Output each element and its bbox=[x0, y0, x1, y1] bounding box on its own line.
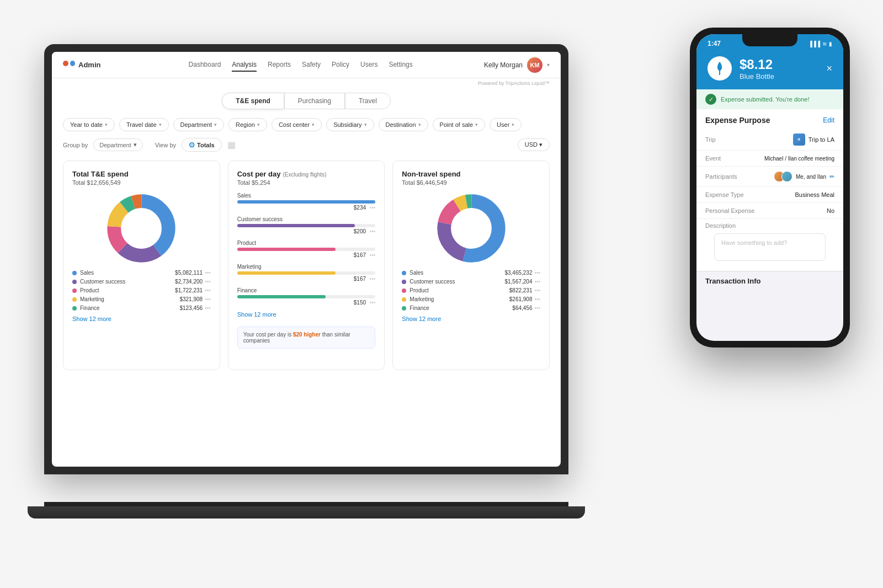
totals-button[interactable]: ⊙ Totals bbox=[182, 138, 222, 152]
nav-user: Kelly Morgan KM ▾ bbox=[484, 57, 550, 73]
more-icon[interactable]: ••• bbox=[205, 279, 211, 285]
filter-subsidiary[interactable]: Subsidiary bbox=[326, 118, 374, 131]
filter-travel-date[interactable]: Travel date bbox=[119, 118, 169, 131]
nav-safety[interactable]: Safety bbox=[302, 58, 321, 72]
legend-label: Finance bbox=[409, 305, 429, 311]
group-by-select[interactable]: Department ▾ bbox=[93, 138, 142, 151]
more-icon[interactable]: ••• bbox=[535, 279, 541, 285]
filter-destination[interactable]: Destination bbox=[379, 118, 428, 131]
show-more-cpd[interactable]: Show 12 more bbox=[237, 311, 376, 318]
more-icon[interactable]: ••• bbox=[370, 252, 376, 258]
tab-travel[interactable]: Travel bbox=[345, 93, 391, 109]
show-more-te[interactable]: Show 12 more bbox=[72, 316, 211, 322]
legend-label: Customer success bbox=[409, 279, 455, 285]
nav-policy[interactable]: Policy bbox=[332, 58, 349, 72]
card-non-travel: Non-travel spend Total $6,446,549 bbox=[392, 161, 550, 370]
bar-value: $167 ••• bbox=[354, 276, 376, 282]
more-icon[interactable]: ••• bbox=[370, 300, 376, 306]
expense-purpose-header: Expense Purpose Edit bbox=[696, 109, 843, 129]
bar-fill bbox=[237, 295, 326, 298]
filter-year-to-date[interactable]: Year to date bbox=[63, 118, 115, 131]
legend-item: Marketing $321,908 ••• bbox=[72, 296, 211, 302]
bar-value: $150 ••• bbox=[354, 300, 376, 306]
more-icon[interactable]: ••• bbox=[535, 305, 541, 311]
phone: 1:47 ▐▐▐ ≋ ▮ bbox=[690, 28, 850, 348]
bar-label: Product bbox=[237, 240, 376, 246]
close-button[interactable]: × bbox=[826, 63, 832, 74]
legend-dot bbox=[72, 297, 77, 302]
nav-settings[interactable]: Settings bbox=[389, 58, 412, 72]
nav-users[interactable]: Users bbox=[360, 58, 377, 72]
chart-view-icon[interactable]: ▦ bbox=[227, 140, 236, 150]
user-name: Kelly Morgan bbox=[484, 61, 523, 69]
legend-item: Marketing $261,908 ••• bbox=[402, 296, 540, 302]
signal-icon: ▐▐▐ bbox=[808, 41, 820, 47]
legend-label: Sales bbox=[80, 270, 94, 276]
more-icon[interactable]: ••• bbox=[535, 270, 541, 276]
cards-container: Total T&E spend Total $12,656,549 bbox=[52, 156, 561, 375]
legend-te: Sales $5,082,111 ••• Customer bbox=[72, 270, 211, 311]
app-name: Admin bbox=[78, 61, 100, 69]
bar-row: Customer success $200 ••• bbox=[237, 216, 376, 234]
legend-label: Sales bbox=[409, 270, 423, 276]
check-icon: ✓ bbox=[705, 94, 716, 105]
filter-row: Year to date Travel date Department Regi… bbox=[52, 114, 561, 136]
currency-select[interactable]: USD ▾ bbox=[518, 138, 550, 151]
card-nt-title: Non-travel spend bbox=[402, 170, 540, 178]
filter-region[interactable]: Region bbox=[228, 118, 267, 131]
merchant-name: Blue Bottle bbox=[740, 72, 774, 81]
bar-fill bbox=[237, 200, 376, 204]
more-icon[interactable]: ••• bbox=[370, 205, 376, 211]
legend-item: Finance $123,456 ••• bbox=[72, 305, 211, 311]
description-input[interactable]: Have something to add? bbox=[714, 233, 826, 261]
field-label-personal-expense: Personal Expense bbox=[705, 207, 754, 214]
transaction-info-section: Transaction Info bbox=[696, 271, 843, 288]
more-icon[interactable]: ••• bbox=[205, 296, 211, 302]
bar-row: Finance $150 ••• bbox=[237, 287, 376, 306]
submitted-banner: ✓ Expense submitted. You're done! bbox=[696, 89, 843, 109]
trip-thumbnail: ✈ bbox=[793, 133, 805, 146]
tab-purchasing[interactable]: Purchasing bbox=[284, 93, 345, 109]
more-icon[interactable]: ••• bbox=[535, 296, 541, 302]
field-label-expense-type: Expense Type bbox=[705, 191, 749, 198]
donut-chart-nt bbox=[435, 193, 507, 264]
more-icon[interactable]: ••• bbox=[205, 305, 211, 311]
bar-label: Finance bbox=[237, 287, 376, 293]
nav-dashboard[interactable]: Dashboard bbox=[189, 58, 221, 72]
legend-value: $1,722,231 bbox=[175, 287, 203, 293]
tab-te-spend[interactable]: T&E spend bbox=[222, 93, 284, 109]
filter-cost-center[interactable]: Cost center bbox=[272, 118, 322, 131]
bar-chart: Sales $234 ••• Customer succes bbox=[237, 193, 376, 306]
chevron-down-icon[interactable]: ▾ bbox=[547, 62, 550, 68]
avatar-2 bbox=[781, 171, 792, 182]
show-more-nt[interactable]: Show 12 more bbox=[402, 316, 540, 322]
info-row-trip: Trip ✈ Trip to LA bbox=[696, 129, 843, 151]
legend-label: Product bbox=[80, 287, 99, 293]
merchant-logo bbox=[708, 56, 732, 81]
more-icon[interactable]: ••• bbox=[535, 287, 541, 293]
phone-screen: 1:47 ▐▐▐ ≋ ▮ bbox=[696, 34, 843, 341]
edit-participants-icon[interactable]: ✏ bbox=[829, 173, 834, 180]
laptop-screen: Admin Dashboard Analysis Reports Safety … bbox=[52, 52, 561, 467]
legend-dot bbox=[72, 280, 77, 284]
more-icon[interactable]: ••• bbox=[205, 287, 211, 293]
card-cpd-total: Total $5,254 bbox=[237, 179, 376, 186]
group-by-label: Group by bbox=[63, 142, 88, 148]
bar-value: $167 ••• bbox=[354, 252, 376, 258]
logo-dot-red bbox=[63, 61, 68, 66]
card-total-te: Total T&E spend Total $12,656,549 bbox=[63, 161, 220, 370]
more-icon[interactable]: ••• bbox=[370, 276, 376, 282]
filter-point-of-sale[interactable]: Point of sale bbox=[433, 118, 486, 131]
more-icon[interactable]: ••• bbox=[205, 270, 211, 276]
edit-button[interactable]: Edit bbox=[823, 116, 834, 124]
expense-purpose-section: Expense Purpose Edit Trip ✈ Trip to LA E… bbox=[696, 109, 843, 271]
nav-analysis[interactable]: Analysis bbox=[232, 58, 257, 72]
laptop-body: Admin Dashboard Analysis Reports Safety … bbox=[44, 44, 568, 474]
legend-value: $1,567,204 bbox=[504, 279, 532, 285]
field-label-trip: Trip bbox=[705, 136, 749, 143]
logo-dot-blue bbox=[70, 61, 76, 66]
nav-reports[interactable]: Reports bbox=[268, 58, 291, 72]
more-icon[interactable]: ••• bbox=[370, 228, 376, 234]
filter-user[interactable]: User bbox=[490, 118, 522, 131]
filter-department[interactable]: Department bbox=[173, 118, 224, 131]
